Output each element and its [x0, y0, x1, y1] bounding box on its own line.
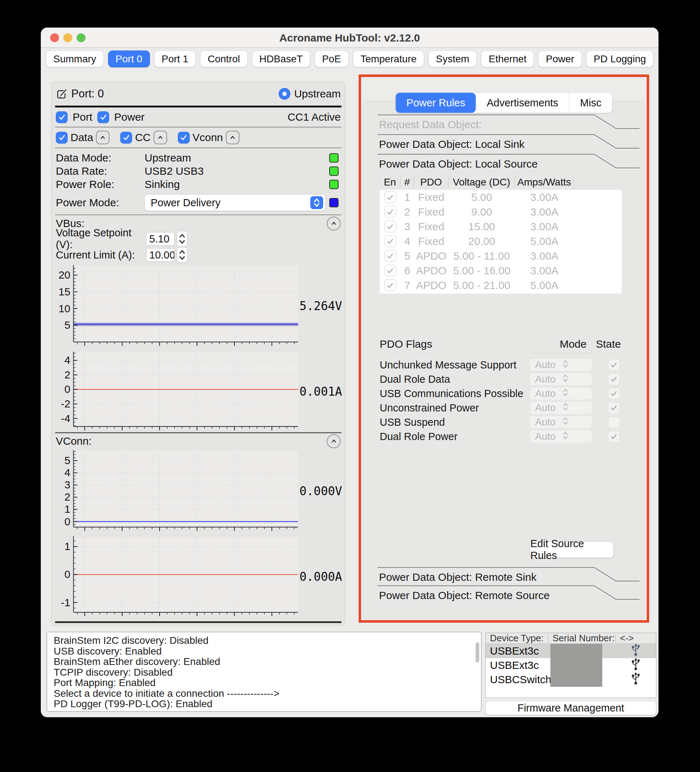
vconn-collapse-button[interactable] [226, 131, 240, 144]
flag-mode-value: Auto [535, 373, 562, 385]
pdo-enabled-checkbox[interactable] [384, 191, 396, 203]
serial-number-header: Serial Number: [548, 635, 615, 643]
port-checkbox[interactable] [56, 111, 68, 123]
pdo-enabled-checkbox[interactable] [384, 221, 396, 232]
pdo-row-cell: 1 [400, 191, 414, 203]
flag-state-checkbox[interactable] [608, 359, 620, 371]
usb-icon [631, 672, 641, 688]
flag-label: USB Suspend [380, 416, 530, 428]
tab-advertisements[interactable]: Advertisements [476, 93, 569, 113]
flag-state-checkbox[interactable] [608, 431, 620, 443]
current-limit-stepper[interactable] [177, 247, 188, 263]
data-collapse-button[interactable] [96, 131, 109, 144]
flag-mode-select[interactable]: Auto [530, 387, 592, 400]
pdo-table: 1Fixed5.003.00A2Fixed9.003.00A3Fixed15.0… [380, 190, 622, 294]
vconn-collapse-button[interactable] [327, 434, 341, 448]
device-serial [548, 672, 615, 687]
pdo-enabled-checkbox[interactable] [384, 279, 396, 291]
tab-temperature[interactable]: Temperature [353, 51, 424, 67]
pdo-row-cell: Fixed [414, 206, 449, 218]
flag-state-checkbox[interactable] [608, 373, 620, 385]
cc-collapse-button[interactable] [153, 131, 167, 144]
power-checkbox[interactable] [97, 111, 109, 123]
pdo-row-cell: APDO [414, 250, 449, 262]
device-type: USBCSwitch [486, 672, 548, 687]
log-scrollbar[interactable] [476, 643, 479, 662]
pdo-row-cell: 6 [400, 265, 414, 277]
section-remote-source[interactable]: Power Data Object: Remote Source [378, 585, 640, 604]
app-tab-bar: SummaryPort 0Port 1ControlHDBaseTPoETemp… [46, 51, 653, 67]
flag-state-checkbox[interactable] [608, 402, 620, 414]
tab-port-1[interactable]: Port 1 [154, 51, 196, 67]
tab-system[interactable]: System [428, 51, 477, 67]
pdo-row-cell [380, 206, 400, 218]
svg-text:-2: -2 [61, 398, 70, 410]
vbus-voltage-reading: 5.264V [300, 264, 345, 348]
pdo-enabled-checkbox[interactable] [384, 235, 396, 247]
flag-mode-value: Auto [535, 388, 562, 399]
tab-summary[interactable]: Summary [46, 51, 104, 67]
tab-pd-logging[interactable]: PD Logging [586, 51, 653, 67]
flag-state-checkbox[interactable] [608, 388, 620, 400]
vconn-voltage-plot: 012345 [52, 449, 300, 533]
pdo-enabled-checkbox[interactable] [384, 206, 396, 218]
vconn-checkbox[interactable] [178, 132, 190, 144]
tab-hdbaset[interactable]: HDBaseT [252, 51, 310, 67]
flag-label: Unchunked Message Support [380, 359, 530, 371]
current-limit-input[interactable] [146, 248, 175, 262]
window-title: Acroname HubTool: v2.12.0 [41, 28, 659, 48]
status-log[interactable]: BrainStem I2C discovery: DisabledUSB dis… [47, 631, 482, 712]
section-label: Power Data Object: Remote Source [379, 589, 550, 602]
log-line: Port Mapping: Enabled [54, 677, 475, 688]
device-type: USBExt3c [486, 644, 548, 658]
pdo-row-cell: 5.00 - 16.00 [449, 265, 515, 277]
flag-state-wrap [606, 416, 622, 428]
flag-state-checkbox[interactable] [608, 416, 620, 428]
section-remote-sink[interactable]: Power Data Object: Remote Sink [378, 567, 640, 586]
upstream-radio[interactable] [278, 88, 290, 100]
tab-ethernet[interactable]: Ethernet [481, 51, 534, 67]
cc-checkbox[interactable] [120, 132, 132, 144]
pdo-flag-row: USB SuspendAuto [380, 415, 622, 429]
voltage-setpoint-input[interactable] [146, 232, 175, 245]
flag-mode-select[interactable]: Auto [530, 430, 592, 443]
tab-control[interactable]: Control [200, 51, 247, 67]
flag-mode-select[interactable]: Auto [530, 358, 592, 371]
chevron-up-down-icon [562, 388, 589, 400]
info-label: Data Rate: [56, 165, 145, 177]
flag-mode-select[interactable]: Auto [530, 416, 592, 429]
pdo-enabled-checkbox[interactable] [384, 265, 396, 276]
tab-misc[interactable]: Misc [569, 93, 612, 113]
device-list-header: Device Type: Serial Number: <-> [486, 633, 656, 644]
flag-mode-select[interactable]: Auto [530, 401, 592, 414]
device-row[interactable]: USBCSwitch [486, 672, 656, 687]
device-row[interactable]: USBExt3c [486, 658, 656, 672]
vbus-current-plot: -4-2024 [52, 350, 300, 432]
firmware-management-button[interactable]: Firmware Management [485, 701, 656, 715]
tab-power[interactable]: Power [538, 51, 581, 67]
vbus-collapse-button[interactable] [327, 217, 341, 231]
data-checkbox-label: Data [70, 131, 93, 144]
section-request-data-object[interactable]: Request Data Object: [378, 114, 640, 133]
section-local-sink[interactable]: Power Data Object: Local Sink [378, 134, 640, 152]
pdo-row-cell: 9.00 [449, 206, 515, 218]
pdo-enabled-checkbox[interactable] [384, 250, 396, 262]
voltage-setpoint-stepper[interactable] [177, 231, 188, 247]
section-local-source[interactable]: Power Data Object: Local Source [378, 154, 640, 172]
power-mode-select[interactable]: Power Delivery [145, 195, 325, 211]
flag-mode-select[interactable]: Auto [530, 373, 592, 386]
edit-port-icon[interactable] [56, 88, 68, 100]
signal-toggle-row: DataCCVconn [52, 128, 345, 147]
tab-power-rules[interactable]: Power Rules [396, 93, 476, 113]
data-checkbox[interactable] [56, 132, 68, 144]
pdo-row-cell: 4 [400, 235, 414, 247]
device-serial [548, 658, 615, 672]
power-rules-group-box: Request Data Object: Power Data Object: … [363, 101, 645, 619]
device-row[interactable]: USBExt3c [486, 644, 656, 658]
edit-source-rules-button[interactable]: Edit Source Rules [530, 541, 614, 558]
tab-poe[interactable]: PoE [315, 51, 349, 67]
vconn-current-plot: -101 [52, 535, 300, 618]
usb-icon [631, 658, 641, 674]
tab-port-0[interactable]: Port 0 [108, 51, 150, 67]
log-line: BrainStem I2C discovery: Disabled [54, 635, 475, 646]
